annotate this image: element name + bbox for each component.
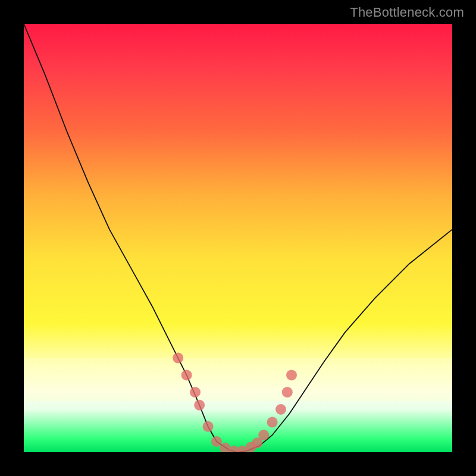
highlight-dot	[181, 369, 192, 380]
highlight-dot	[286, 369, 297, 380]
highlight-dots-group	[173, 353, 297, 452]
highlight-dot	[267, 417, 278, 428]
chart-svg	[24, 24, 452, 452]
highlight-dot	[275, 404, 286, 415]
highlight-dot	[173, 353, 183, 364]
highlight-dot	[190, 387, 201, 397]
watermark-text: TheBottleneck.com	[350, 5, 464, 20]
highlight-dot	[282, 387, 293, 397]
highlight-dot	[194, 400, 205, 411]
highlight-dot	[258, 430, 269, 440]
chart-frame: TheBottleneck.com	[0, 0, 476, 476]
plot-area	[24, 24, 452, 452]
bottleneck-curve	[24, 24, 452, 452]
highlight-dot	[203, 421, 214, 432]
highlight-dot	[211, 436, 222, 447]
